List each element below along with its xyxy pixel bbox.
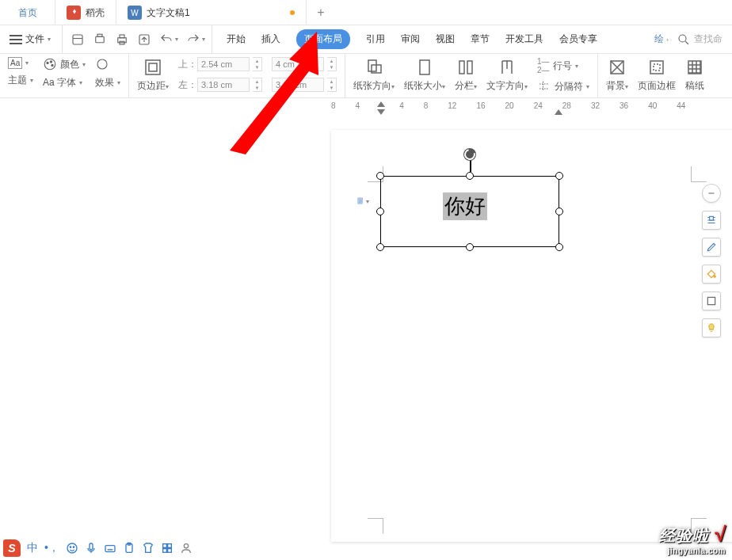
background-button[interactable]: 背景▾ [606, 57, 628, 93]
effect-shape-button[interactable] [95, 57, 120, 71]
margin-top-value[interactable]: 2.54 cm [197, 57, 250, 71]
save-open-icon[interactable] [71, 32, 85, 47]
sogou-icon[interactable]: S [3, 539, 21, 557]
svg-point-31 [73, 547, 74, 547]
margin-right-top-value[interactable]: 4 cm [272, 57, 324, 71]
resize-handle[interactable] [555, 172, 563, 180]
margin-corner-icon [691, 166, 707, 182]
page-border-button[interactable]: 页面边框 [638, 57, 676, 93]
ime-lang[interactable]: 中 [27, 541, 38, 555]
fill-button[interactable] [702, 265, 721, 284]
orientation-button[interactable]: 纸张方向▾ [353, 57, 395, 93]
ribbon-tab-dev[interactable]: 开发工具 [505, 32, 543, 46]
break-button[interactable]: 分隔符▾ [537, 79, 589, 93]
document-page[interactable]: ▾ 你好 [331, 130, 732, 542]
columns-button[interactable]: 分栏▾ [455, 57, 477, 93]
ime-clipboard-icon[interactable] [123, 542, 135, 554]
margin-left-input[interactable]: 左： 3.18 cm ▲▼ [178, 78, 262, 92]
svg-rect-18 [459, 61, 464, 74]
ribbon-tab-layout[interactable]: 页面布局 [296, 29, 350, 49]
file-menu[interactable]: 文件 ▾ [5, 32, 55, 46]
svg-rect-23 [688, 61, 701, 74]
print-icon[interactable] [115, 32, 129, 47]
svg-rect-13 [146, 60, 160, 74]
tab-docshell[interactable]: 稻壳 [55, 0, 116, 25]
margin-right-top-input[interactable]: 4 cm ▲▼ [272, 57, 337, 71]
svg-rect-24 [358, 198, 363, 204]
spinner-icon[interactable]: ▲▼ [253, 57, 262, 71]
ribbon-tab-start[interactable]: 开始 [227, 32, 246, 46]
resize-handle[interactable] [466, 172, 474, 180]
theme-dropdown[interactable]: 主题▾ [8, 74, 33, 87]
svg-point-7 [679, 35, 686, 42]
manuscript-button[interactable]: 稿纸 [685, 57, 704, 93]
search-box[interactable]: 查找命 [677, 32, 722, 47]
ruler-tick: 12 [448, 101, 456, 110]
resize-handle[interactable] [555, 243, 563, 251]
margins-button[interactable]: 页边距▾ [137, 57, 169, 93]
ruler-tick: 36 [620, 101, 628, 110]
svg-rect-25 [710, 216, 714, 220]
ime-user-icon[interactable] [180, 542, 193, 554]
color-dropdown[interactable]: 颜色▾ [43, 57, 86, 71]
spinner-icon[interactable]: ▲▼ [253, 78, 262, 92]
ime-emoji-icon[interactable] [66, 542, 78, 554]
ribbon-tab-review[interactable]: 审阅 [401, 32, 420, 46]
tab-document[interactable]: W 文字文稿1 [116, 0, 307, 25]
linenum-button[interactable]: 1—2— 行号▾ [537, 57, 589, 74]
ribbon-tab-view[interactable]: 视图 [436, 32, 455, 46]
textbox-text[interactable]: 你好 [443, 192, 487, 220]
rotation-handle[interactable] [463, 148, 476, 161]
edit-shape-button[interactable] [702, 238, 721, 257]
ribbon-tab-member[interactable]: 会员专享 [559, 32, 597, 46]
redo-button[interactable]: ▾ [186, 32, 205, 47]
draw-tools-label[interactable]: 绘 › [654, 32, 669, 46]
margin-right-bot-input[interactable]: 3.18 cm ▲▼ [272, 78, 337, 92]
effect-dropdown[interactable]: 效果▾ [95, 76, 120, 90]
margin-left-value[interactable]: 3.18 cm [197, 78, 250, 92]
collapse-button[interactable] [702, 184, 721, 203]
resize-handle[interactable] [376, 243, 384, 251]
menu-bar: 文件 ▾ ▾ ▾ 开始 插入 页面布局 引用 审阅 视图 章节 开发工具 会员专… [0, 25, 732, 54]
export-icon[interactable] [137, 32, 151, 47]
wrap-text-button[interactable] [702, 211, 721, 230]
textdir-button[interactable]: 文字方向▾ [486, 57, 528, 93]
resize-handle[interactable] [555, 208, 563, 215]
resize-handle[interactable] [376, 208, 384, 215]
tab-new[interactable]: + [307, 0, 335, 25]
file-menu-area: 文件 ▾ [5, 25, 63, 53]
undo-button[interactable]: ▾ [159, 32, 178, 47]
ribbon-content: Aa ▾ 主题▾ 颜色▾ Aa 字体▾ 效果▾ 页边距▾ 上： [0, 54, 732, 98]
ime-mic-icon[interactable] [85, 542, 97, 554]
selected-textbox[interactable]: 你好 [380, 176, 559, 247]
margin-top-input[interactable]: 上： 2.54 cm ▲▼ [178, 57, 262, 71]
indent-marker-icon[interactable] [377, 101, 385, 107]
ime-skin-icon[interactable] [142, 542, 154, 554]
ime-keyboard-icon[interactable] [104, 542, 116, 554]
anchor-icon[interactable]: ▾ [356, 193, 369, 209]
ime-toolbox-icon[interactable] [161, 542, 173, 554]
theme-font-button[interactable]: Aa ▾ [8, 57, 33, 69]
resize-handle[interactable] [466, 243, 474, 251]
ime-punct-icon[interactable]: •， [44, 541, 59, 555]
papersize-button[interactable]: 纸张大小▾ [404, 57, 445, 93]
tab-home[interactable]: 首页 [0, 0, 55, 25]
indent-marker-icon[interactable] [555, 109, 562, 115]
ribbon-tab-insert[interactable]: 插入 [261, 32, 280, 46]
outline-button[interactable] [702, 291, 721, 310]
idea-button[interactable] [702, 318, 721, 337]
print-preview-icon[interactable] [93, 32, 107, 47]
margin-right-bot-value[interactable]: 3.18 cm [272, 78, 324, 92]
document-workspace[interactable]: ▾ 你好 [0, 119, 732, 535]
resize-handle[interactable] [376, 172, 384, 180]
ribbon-tab-chapter[interactable]: 章节 [471, 32, 490, 46]
ruler-tick: 20 [505, 101, 514, 110]
search-icon [677, 32, 691, 47]
ribbon-tab-reference[interactable]: 引用 [366, 32, 385, 46]
indent-marker-icon[interactable] [377, 109, 385, 115]
horizontal-ruler[interactable]: 8 4 4 8 12 16 20 24 28 32 36 40 44 [331, 101, 732, 117]
font-dropdown[interactable]: Aa 字体▾ [43, 76, 86, 90]
ruler-tick: 16 [476, 101, 485, 110]
spinner-icon[interactable]: ▲▼ [327, 78, 337, 92]
spinner-icon[interactable]: ▲▼ [327, 57, 337, 71]
